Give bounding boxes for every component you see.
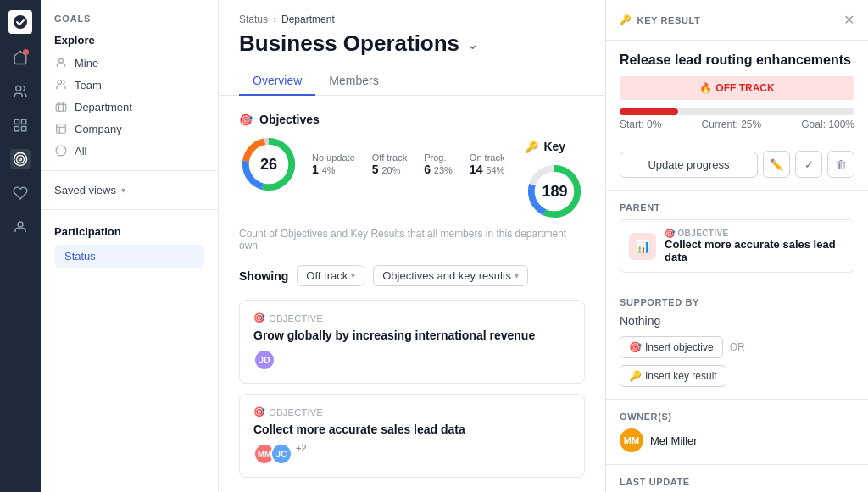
sidebar-item-all[interactable]: All [41, 140, 218, 162]
nav-heart-icon[interactable] [10, 183, 31, 203]
svg-point-9 [18, 222, 23, 227]
objectives-section: 🎯 Objectives [239, 113, 585, 221]
svg-rect-4 [22, 127, 26, 131]
main-content: Status › Department Business Operations … [219, 0, 605, 492]
key-result-icon: 🔑 [629, 370, 642, 382]
showing-label: Showing [239, 269, 288, 283]
company-icon [54, 122, 68, 135]
app-logo [8, 10, 32, 34]
insert-row: 🎯 Insert objective OR 🔑 Insert key resul… [620, 336, 854, 387]
key-results-partial: 🔑 Key 189 [525, 140, 584, 221]
sidebar-item-team[interactable]: Team [41, 74, 218, 96]
objectives-stats: No update 1 4% Off track 5 20% [312, 152, 504, 176]
breadcrumb-separator: › [273, 14, 276, 25]
filter-pill-type[interactable]: Objectives and key results ▾ [373, 265, 528, 286]
svg-point-14 [56, 146, 66, 156]
svg-point-7 [17, 156, 25, 163]
nav-users-icon[interactable] [10, 81, 31, 102]
last-update-section: LAST UPDATE JC May 31, 2021 · Jonathan C… [606, 465, 868, 492]
stat-label: No update [312, 152, 355, 163]
svg-point-11 [58, 80, 62, 85]
tabs-bar: Overview Members [219, 67, 605, 96]
parent-icon: 📊 [629, 233, 656, 260]
sidebar-item-company[interactable]: Company [41, 118, 218, 140]
tab-overview[interactable]: Overview [239, 67, 315, 96]
breadcrumb-status: Status [239, 14, 268, 25]
objectives-note: Count of Objectives and Key Results that… [239, 228, 585, 252]
svg-point-1 [16, 86, 21, 91]
check-icon: ✓ [804, 158, 814, 171]
stat-off-track: Off track 5 20% [372, 152, 407, 176]
avatar: JC [270, 443, 292, 465]
saved-views-label: Saved views [54, 184, 116, 196]
breadcrumb: Status › Department [219, 0, 605, 29]
sidebar-section-label: GOALS [41, 14, 218, 30]
page-title-dropdown-icon[interactable]: ⌄ [466, 35, 479, 53]
team-icon [54, 78, 68, 91]
nav-chart-icon[interactable] [10, 115, 31, 135]
parent-info: 🎯 OBJECTIVE Collect more accurate sales … [665, 229, 845, 263]
stat-value: 1 4% [312, 163, 355, 176]
supported-by-label: SUPPORTED BY [620, 297, 854, 307]
objectives-donut-container: 🎯 Objectives [239, 113, 504, 194]
content-area: 🎯 Objectives [219, 96, 605, 492]
stat-value: 6 23% [424, 163, 453, 176]
right-panel: 🔑 KEY RESULT ✕ Release lead routing enha… [605, 0, 868, 492]
svg-rect-3 [22, 119, 26, 124]
showing-bar: Showing Off track ▾ Objectives and key r… [239, 265, 585, 286]
sidebar-item-mine[interactable]: Mine [41, 52, 218, 74]
owners-section: OWNER(S) MM Mel Miller [606, 400, 868, 465]
nothing-text: Nothing [620, 314, 854, 328]
filter-value: Objectives and key results [382, 269, 511, 282]
insert-key-result-button[interactable]: 🔑 Insert key result [620, 365, 726, 387]
panel-header: 🔑 KEY RESULT ✕ [606, 0, 868, 41]
delete-button[interactable]: 🗑 [827, 151, 854, 178]
parent-section: PARENT 📊 🎯 OBJECTIVE Collect more accura… [606, 191, 868, 285]
nav-profile-icon[interactable] [10, 217, 31, 237]
svg-rect-12 [56, 104, 66, 111]
obj-card-type: 🎯 OBJECTIVE [253, 312, 570, 323]
insert-objective-button[interactable]: 🎯 Insert objective [620, 336, 723, 358]
stat-prog: Prog. 6 23% [424, 152, 453, 176]
status-button[interactable]: Status [54, 245, 204, 268]
obj-card-avatars: JD [253, 349, 570, 371]
progress-bar-background [620, 108, 854, 115]
owners-section-label: OWNER(S) [620, 412, 854, 422]
update-progress-button[interactable]: Update progress [620, 152, 758, 178]
trash-icon: 🗑 [836, 158, 847, 171]
panel-header-label: 🔑 KEY RESULT [620, 14, 700, 25]
nav-home-icon[interactable] [10, 47, 31, 68]
svg-point-8 [19, 158, 22, 161]
svg-point-0 [14, 15, 27, 29]
progress-current: Current: 25% [701, 119, 761, 130]
tab-members[interactable]: Members [315, 67, 392, 96]
chevron-down-icon: ▾ [351, 271, 355, 280]
page-title: Business Operations [239, 30, 459, 57]
objectives-title: Objectives [259, 113, 320, 126]
participation-label: Participation [41, 218, 218, 241]
panel-title: Release lead routing enhancements [606, 41, 868, 76]
sidebar-item-department[interactable]: Department [41, 96, 218, 118]
nav-goals-icon[interactable] [10, 149, 31, 169]
close-button[interactable]: ✕ [843, 12, 854, 28]
sidebar-item-label: Team [75, 79, 102, 91]
progress-section: Start: 0% Current: 25% Goal: 100% [606, 108, 868, 144]
edit-button[interactable]: ✏️ [763, 151, 790, 178]
check-button[interactable]: ✓ [795, 151, 822, 178]
svg-point-10 [59, 58, 64, 63]
sidebar-item-label: Mine [75, 57, 98, 69]
objective-icon: 🎯 [253, 312, 265, 323]
chevron-down-icon: ▾ [121, 185, 125, 195]
filter-pill-status[interactable]: Off track ▾ [297, 265, 364, 286]
saved-views-row[interactable]: Saved views ▾ [41, 180, 218, 201]
parent-section-label: PARENT [620, 202, 854, 213]
key-results-donut: 189 [525, 162, 584, 221]
chevron-down-icon: ▾ [515, 271, 519, 280]
objective-icon: 🎯 [253, 406, 265, 417]
objective-icon: 🎯 [665, 229, 675, 238]
progress-start: Start: 0% [620, 119, 661, 130]
svg-rect-2 [14, 119, 19, 124]
stat-on-track: On track 14 54% [470, 152, 505, 176]
owner-row: MM Mel Miller [620, 428, 854, 452]
parent-name: Collect more accurate sales lead data [665, 238, 845, 263]
